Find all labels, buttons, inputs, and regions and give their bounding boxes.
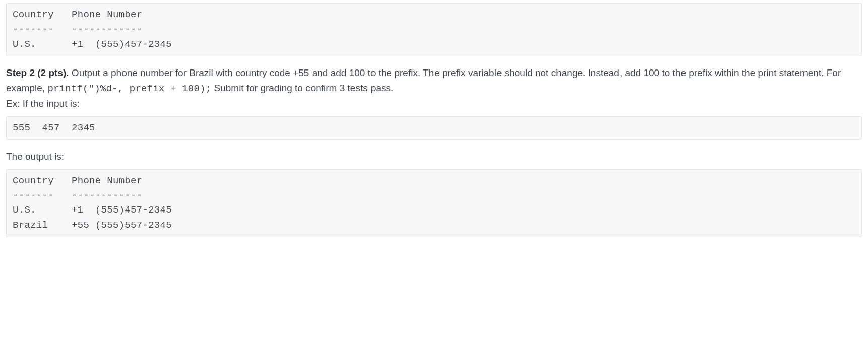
code-block-example-output-2: Country Phone Number ------- -----------… [6,169,862,238]
code-block-example-output-1: Country Phone Number ------- -----------… [6,3,862,56]
code-block-input-example: 555 457 2345 [6,116,862,140]
output-label: The output is: [6,149,862,164]
step-2-label: Step 2 (2 pts). [6,67,69,78]
example-input-label: Ex: If the input is: [6,98,80,109]
step-2-paragraph: Step 2 (2 pts). Output a phone number fo… [6,65,862,111]
step-2-text-b: Submit for grading to confirm 3 tests pa… [211,83,393,93]
step-2-inline-code: printf(")%d-, prefix + 100); [47,83,211,94]
